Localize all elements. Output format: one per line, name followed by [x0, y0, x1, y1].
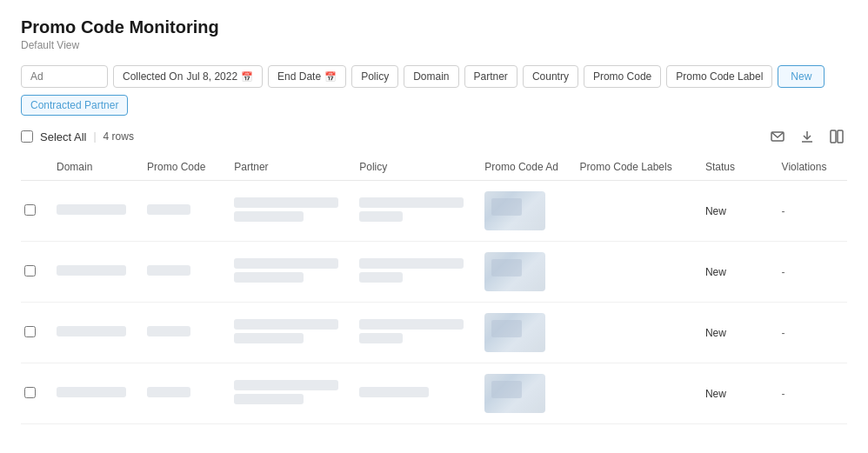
policy-cell-1 — [359, 258, 464, 269]
domain-cell — [57, 204, 126, 215]
policy-filter-label: Policy — [361, 70, 389, 83]
collected-on-date: Jul 8, 2022 — [186, 70, 237, 83]
domain-filter[interactable]: Domain — [404, 65, 458, 88]
partner-cell-2 — [234, 333, 304, 343]
download-icon-button[interactable] — [797, 126, 818, 147]
col-header-promo-code-labels: Promo Code Labels — [570, 154, 695, 181]
col-header-promo-code: Promo Code — [137, 154, 224, 181]
row-checkbox[interactable] — [24, 204, 36, 216]
col-header-domain: Domain — [46, 154, 137, 181]
partner-cell-2 — [234, 211, 304, 222]
divider: | — [93, 130, 96, 143]
data-table: Domain Promo Code Partner Policy Promo C… — [21, 154, 847, 424]
policy-cell-1 — [359, 319, 464, 330]
table-row: New - — [21, 363, 847, 424]
svg-rect-3 — [831, 130, 836, 143]
end-date-label: End Date — [277, 70, 321, 83]
policy-cell-1 — [359, 197, 464, 208]
contracted-partner-label: Contracted Partner — [30, 99, 118, 111]
country-filter[interactable]: Country — [523, 65, 578, 88]
partner-cell-2 — [234, 394, 304, 404]
promo-code-filter-label: Promo Code — [593, 70, 651, 83]
violations-cell: - — [782, 388, 785, 400]
status-cell: New — [705, 388, 726, 400]
download-icon — [800, 130, 814, 143]
select-all-checkbox[interactable] — [21, 130, 33, 143]
violations-cell: - — [782, 266, 785, 278]
status-cell: New — [705, 327, 726, 339]
columns-icon-button[interactable] — [826, 126, 847, 147]
email-icon — [771, 130, 785, 143]
collected-on-label: Collected On — [123, 70, 183, 83]
col-header-promo-code-ad: Promo Code Ad — [474, 154, 569, 181]
toolbar-left: Select All | 4 rows — [21, 130, 134, 143]
table-row: New - — [21, 181, 847, 242]
violations-cell: - — [782, 205, 785, 217]
promo-code-ad-cell — [484, 374, 545, 413]
policy-cell-2 — [359, 211, 403, 222]
email-icon-button[interactable] — [767, 126, 788, 147]
calendar-icon: 📅 — [241, 71, 253, 83]
svg-rect-4 — [838, 130, 843, 143]
columns-icon — [830, 130, 844, 143]
filter-bar: Collected On Jul 8, 2022 📅 End Date 📅 Po… — [21, 65, 847, 88]
col-header-policy: Policy — [349, 154, 474, 181]
partner-cell-1 — [234, 258, 338, 269]
row-checkbox[interactable] — [24, 265, 36, 276]
promo-code-label-filter-label: Promo Code Label — [676, 70, 763, 83]
toolbar-row: Select All | 4 rows — [21, 126, 847, 147]
policy-cell-2 — [359, 272, 403, 283]
promo-code-cell — [147, 326, 190, 336]
promo-code-cell — [147, 387, 190, 397]
status-cell: New — [705, 266, 726, 278]
col-header-violations: Violations — [771, 154, 847, 181]
promo-code-ad-cell — [484, 191, 545, 230]
promo-code-cell — [147, 204, 190, 215]
toolbar-right — [767, 126, 847, 147]
table-row: New - — [21, 303, 847, 363]
row-checkbox[interactable] — [24, 387, 36, 398]
contracted-partner-tag[interactable]: Contracted Partner — [21, 95, 128, 116]
country-filter-label: Country — [532, 70, 569, 83]
domain-cell — [57, 265, 126, 276]
collected-on-filter[interactable]: Collected On Jul 8, 2022 📅 — [113, 65, 263, 88]
table-row: New - — [21, 242, 847, 303]
row-count: 4 rows — [103, 130, 134, 143]
policy-filter[interactable]: Policy — [351, 65, 398, 88]
domain-cell — [57, 326, 126, 336]
partner-filter-label: Partner — [474, 70, 508, 83]
ad-input[interactable] — [21, 65, 108, 88]
domain-cell — [57, 387, 126, 397]
promo-code-ad-cell — [484, 252, 545, 291]
status-cell: New — [705, 205, 726, 217]
policy-cell-1 — [359, 387, 429, 397]
promo-code-cell — [147, 265, 190, 276]
policy-cell-2 — [359, 333, 403, 343]
page-title: Promo Code Monitoring — [21, 17, 847, 37]
end-date-filter[interactable]: End Date 📅 — [268, 65, 346, 88]
domain-filter-label: Domain — [413, 70, 449, 83]
end-calendar-icon: 📅 — [324, 71, 337, 83]
select-all-label: Select All — [40, 130, 86, 143]
partner-filter[interactable]: Partner — [464, 65, 517, 88]
page-subtitle: Default View — [21, 39, 847, 51]
partner-cell-1 — [234, 380, 338, 390]
col-header-checkbox — [21, 154, 46, 181]
partner-cell-2 — [234, 272, 304, 283]
partner-cell-1 — [234, 319, 338, 330]
new-button[interactable]: New — [778, 65, 825, 88]
col-header-partner: Partner — [224, 154, 349, 181]
violations-cell: - — [782, 327, 785, 339]
promo-code-filter[interactable]: Promo Code — [584, 65, 661, 88]
promo-code-ad-cell — [484, 313, 545, 352]
promo-code-label-filter[interactable]: Promo Code Label — [666, 65, 772, 88]
row-checkbox[interactable] — [24, 326, 36, 337]
col-header-status: Status — [695, 154, 771, 181]
partner-cell-1 — [234, 197, 338, 208]
